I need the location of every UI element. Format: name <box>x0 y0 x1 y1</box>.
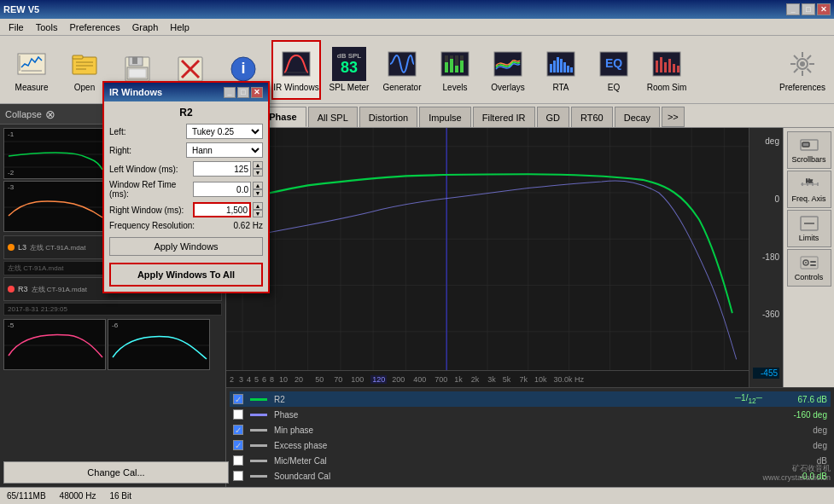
levels-button[interactable]: Levels <box>430 40 480 100</box>
ir-ref-time-input[interactable] <box>193 182 251 197</box>
legend-color-mic-cal <box>250 460 267 462</box>
svg-line-57 <box>794 69 798 73</box>
ir-windows-button[interactable]: IR Windows <box>271 40 321 100</box>
tab-filtered-ir[interactable]: Filtered IR <box>473 107 535 127</box>
limits-button[interactable]: Limits <box>787 210 831 247</box>
collapse-icon: ⊗ <box>45 107 55 121</box>
svg-rect-29 <box>460 61 464 72</box>
measure-label: Measure <box>15 83 49 92</box>
svg-rect-38 <box>570 67 573 72</box>
svg-rect-46 <box>673 64 675 72</box>
ir-dialog-close[interactable]: ✕ <box>251 87 263 98</box>
tab-rt60[interactable]: RT60 <box>571 107 613 127</box>
ir-dialog-minimize[interactable]: _ <box>224 87 236 98</box>
ir-windows-label: IR Windows <box>273 83 318 92</box>
legend-value-phase: -160 deg <box>776 410 827 420</box>
menu-file[interactable]: File <box>3 20 29 34</box>
svg-rect-42 <box>656 61 658 72</box>
ir-left-window-up[interactable]: ▲ <box>253 161 263 169</box>
menu-help[interactable]: Help <box>165 20 195 34</box>
legend-color-phase <box>250 414 267 416</box>
eq-button[interactable]: EQ EQ <box>589 40 639 100</box>
menu-preferences[interactable]: Preferences <box>64 20 125 34</box>
rta-icon <box>544 47 578 81</box>
legend-checkbox-min-phase[interactable]: ✓ <box>233 425 243 435</box>
apply-windows-button[interactable]: Apply Windows <box>109 237 263 256</box>
menu-graph[interactable]: Graph <box>127 20 164 34</box>
ir-right-window-down[interactable]: ▼ <box>253 210 263 217</box>
maximize-button[interactable]: □ <box>802 3 815 15</box>
ir-ref-time-up[interactable]: ▲ <box>253 182 263 189</box>
tab-distortion[interactable]: Distortion <box>359 107 417 127</box>
measure-icon <box>15 47 49 81</box>
legend-color-min-phase <box>250 429 267 432</box>
ir-ref-time-down[interactable]: ▼ <box>253 189 263 197</box>
legend-checkbox-phase[interactable] <box>233 409 243 420</box>
legend-checkbox-soundcard-cal[interactable] <box>233 471 243 481</box>
svg-rect-32 <box>550 64 552 72</box>
close-button[interactable]: ✕ <box>817 3 831 15</box>
legend-row-phase: Phase -160 deg <box>230 407 831 422</box>
ir-right-window-up[interactable]: ▲ <box>253 202 263 210</box>
overlays-label: Overlays <box>491 83 524 92</box>
y-axis-right: deg 0 -180 -360 -455 <box>749 128 783 387</box>
ir-right-window-spinner: ▲ ▼ <box>253 202 263 217</box>
ir-right-select[interactable]: Hann Tukey 0.25 Rectangular Blackman <box>186 142 263 158</box>
y-label-neg360: -360 <box>753 310 779 319</box>
legend-checkbox-excess-phase[interactable]: ✓ <box>233 440 243 450</box>
legend-row-mic-cal: Mic/Meter Cal dB <box>230 453 831 468</box>
legend-checkbox-mic-cal[interactable] <box>233 455 243 466</box>
svg-rect-44 <box>664 62 667 72</box>
status-memory: 65/111MB <box>7 491 46 501</box>
svg-rect-4 <box>73 55 83 59</box>
meas-item-3[interactable]: -3 <box>3 181 106 232</box>
svg-point-100 <box>805 262 807 264</box>
ir-left-window-down[interactable]: ▼ <box>253 169 263 177</box>
svg-line-56 <box>808 55 812 60</box>
scrollbars-button[interactable]: Scrollbars <box>787 131 831 169</box>
ir-left-window-input[interactable] <box>193 161 251 177</box>
freq-axis-button[interactable]: Hz Freq. Axis <box>787 171 831 208</box>
tab-more[interactable]: >> <box>662 107 685 127</box>
svg-rect-43 <box>660 57 662 72</box>
legend-color-r2 <box>250 398 267 401</box>
tab-gd[interactable]: GD <box>537 107 570 127</box>
chart-canvas: 2 3 4 5 6 8 10 20 50 70 100 120 200 400 … <box>226 128 749 387</box>
measure-button[interactable]: Measure <box>7 40 56 100</box>
eq-icon: EQ <box>597 47 631 81</box>
ir-right-window-input[interactable] <box>193 202 251 217</box>
change-cal-button[interactable]: Change Cal... <box>3 461 229 484</box>
legend-color-soundcard-cal <box>250 475 267 478</box>
svg-rect-27 <box>455 66 458 72</box>
ir-left-select[interactable]: Tukey 0.25 Hann Rectangular Blackman <box>186 124 263 139</box>
menu-tools[interactable]: Tools <box>31 20 63 34</box>
svg-rect-101 <box>810 261 816 263</box>
legend-row-soundcard-cal: Soundcard Cal -0.0 dB <box>230 468 831 484</box>
spl-meter-label: SPL Meter <box>330 83 370 92</box>
spl-meter-button[interactable]: dB SPL 83 SPL Meter <box>324 40 374 100</box>
ir-left-row: Left: Tukey 0.25 Hann Rectangular Blackm… <box>109 124 263 139</box>
apply-windows-to-all-button[interactable]: Apply Windows To All <box>109 263 263 287</box>
rta-button[interactable]: RTA <box>536 40 586 100</box>
tab-decay[interactable]: Decay <box>615 107 660 127</box>
svg-line-54 <box>794 55 798 60</box>
legend-unit-mic-cal: dB <box>776 456 827 466</box>
ir-dialog-maximize[interactable]: □ <box>237 87 249 98</box>
meas-item-1[interactable]: -1 -2 <box>3 128 106 179</box>
legend-label-phase: Phase <box>274 410 728 420</box>
tab-all-spl[interactable]: All SPL <box>308 107 358 127</box>
minimize-button[interactable]: _ <box>786 3 800 15</box>
controls-button[interactable]: Controls <box>787 249 831 287</box>
meas-item-5[interactable]: -5 <box>3 319 106 370</box>
ir-left-window-label: Left Window (ms): <box>109 165 193 174</box>
tab-impulse[interactable]: Impulse <box>419 107 471 127</box>
levels-icon <box>438 47 472 81</box>
generator-button[interactable]: Generator <box>377 40 427 100</box>
room-sim-button[interactable]: Room Sim <box>642 40 691 100</box>
meas-item-6[interactable]: -6 <box>108 319 210 370</box>
svg-text:i: i <box>241 60 245 77</box>
overlays-button[interactable]: Overlays <box>483 40 533 100</box>
preferences-button[interactable]: Preferences <box>778 40 827 100</box>
ir-right-window-row: Right Window (ms): ▲ ▼ <box>109 202 263 217</box>
legend-checkbox-r2[interactable]: ✓ <box>233 394 243 404</box>
